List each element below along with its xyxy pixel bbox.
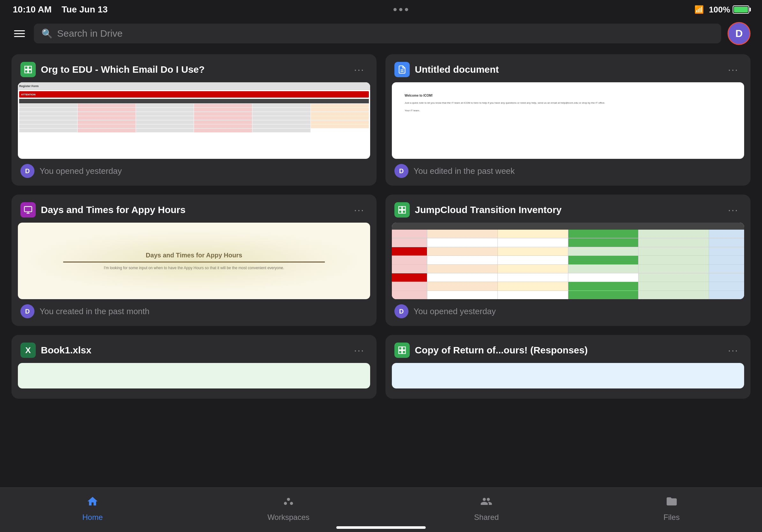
file-card-6[interactable]: Copy of Return of...ours! (Responses) ··… [385, 335, 750, 399]
svg-rect-14 [402, 347, 405, 350]
nav-label-shared: Shared [474, 513, 499, 522]
card-menu-button-4[interactable]: ··· [725, 203, 741, 217]
dot-3 [405, 8, 408, 11]
svg-rect-13 [399, 347, 402, 350]
card-title-group-4: JumpCloud Transition Inventory [394, 202, 562, 218]
card-header-4: JumpCloud Transition Inventory ··· [385, 195, 750, 223]
preview-slides-3: Days and Times for Appy Hours I'm lookin… [18, 223, 370, 299]
card-title-4: JumpCloud Transition Inventory [415, 204, 562, 215]
file-card-5[interactable]: X Book1.xlsx ··· [12, 335, 377, 399]
card-menu-button-3[interactable]: ··· [351, 203, 368, 217]
svg-rect-1 [29, 66, 31, 69]
file-card-2[interactable]: Untitled document ··· Welcome to ICOM! J… [385, 54, 750, 186]
card-title-5: Book1.xlsx [41, 345, 91, 356]
card-title-group-3: Days and Times for Appy Hours [21, 202, 186, 218]
card-title-group-6: Copy of Return of...ours! (Responses) [394, 343, 588, 358]
card-menu-button-2[interactable]: ··· [725, 62, 741, 77]
battery-container: 100% [709, 5, 750, 15]
hamburger-line-1 [14, 30, 25, 31]
nav-item-shared[interactable]: Shared [461, 493, 511, 524]
status-right: 📶 100% [694, 5, 750, 15]
docs-icon-2 [394, 62, 410, 77]
preview-sheets-1: Register Form ATTENTION [18, 82, 370, 159]
card-footer-1: D You opened yesterday [12, 159, 377, 186]
card-preview-6 [392, 363, 744, 388]
file-card-3[interactable]: Days and Times for Appy Hours ··· Days a… [12, 195, 377, 326]
card-title-1: Org to EDU - Which Email Do I Use? [41, 64, 204, 75]
home-icon [87, 495, 99, 510]
footer-text-1: You opened yesterday [39, 166, 122, 176]
search-bar: 🔍 Search in Drive D [0, 19, 762, 48]
sheets-icon-1 [21, 62, 36, 77]
footer-text-2: You edited in the past week [414, 166, 515, 176]
shared-icon [480, 495, 493, 510]
wifi-icon: 📶 [694, 5, 704, 14]
svg-point-19 [290, 502, 293, 505]
svg-rect-11 [399, 210, 402, 213]
card-preview-1: Register Form ATTENTION [18, 82, 370, 159]
dot-2 [399, 8, 402, 11]
card-header-2: Untitled document ··· [385, 54, 750, 82]
nav-item-workspaces[interactable]: Workspaces [255, 493, 322, 524]
svg-rect-15 [399, 351, 402, 353]
file-card-1[interactable]: Org to EDU - Which Email Do I Use? ··· R… [12, 54, 377, 186]
svg-rect-6 [24, 207, 32, 212]
main-content: Org to EDU - Which Email Do I Use? ··· R… [0, 48, 762, 405]
card-menu-button-5[interactable]: ··· [351, 343, 368, 358]
card-title-group-2: Untitled document [394, 62, 499, 77]
dot-1 [393, 8, 397, 11]
nav-item-files[interactable]: Files [650, 493, 692, 524]
footer-avatar-2: D [394, 164, 409, 178]
nav-label-files: Files [663, 513, 680, 522]
bottom-nav: Home Workspaces Shared Files [0, 487, 762, 532]
home-indicator [336, 526, 426, 529]
status-time: 10:10 AM [13, 4, 52, 14]
card-title-6: Copy of Return of...ours! (Responses) [415, 345, 588, 356]
svg-rect-9 [399, 207, 402, 210]
card-preview-4 [392, 223, 744, 299]
card-preview-3: Days and Times for Appy Hours I'm lookin… [18, 223, 370, 299]
card-footer-2: D You edited in the past week [385, 159, 750, 186]
forms-icon-6 [394, 343, 410, 358]
hamburger-line-2 [14, 33, 25, 34]
card-title-2: Untitled document [415, 64, 499, 75]
preview-docs-2: Welcome to ICOM! Just a quick note to le… [392, 82, 744, 159]
search-input[interactable]: 🔍 Search in Drive [34, 24, 721, 43]
card-menu-button-6[interactable]: ··· [725, 343, 741, 358]
hamburger-line-3 [14, 36, 25, 37]
files-icon [666, 495, 678, 510]
card-preview-5 [18, 363, 370, 388]
footer-text-4: You opened yesterday [414, 306, 496, 316]
battery-fill [734, 7, 748, 13]
search-placeholder: Search in Drive [57, 28, 122, 39]
file-card-4[interactable]: JumpCloud Transition Inventory ··· [385, 195, 750, 326]
user-avatar-button[interactable]: D [727, 22, 750, 45]
card-header-6: Copy of Return of...ours! (Responses) ··… [385, 335, 750, 363]
footer-avatar-3: D [21, 304, 35, 318]
cards-grid: Org to EDU - Which Email Do I Use? ··· R… [12, 54, 750, 399]
card-title-3: Days and Times for Appy Hours [41, 204, 186, 215]
hamburger-menu-button[interactable] [12, 28, 28, 39]
nav-item-home[interactable]: Home [70, 493, 115, 524]
card-footer-3: D You created in the past month [12, 299, 377, 326]
svg-point-17 [287, 498, 290, 501]
card-menu-button-1[interactable]: ··· [351, 62, 368, 77]
slides-icon-3 [21, 202, 36, 218]
excel-icon-5: X [21, 343, 36, 358]
card-title-group-5: X Book1.xlsx [21, 343, 91, 358]
nav-label-home: Home [82, 513, 103, 522]
sheets-icon-4 [394, 202, 410, 218]
footer-text-3: You created in the past month [39, 306, 150, 316]
search-icon: 🔍 [41, 29, 53, 39]
svg-rect-10 [402, 207, 405, 210]
card-footer-4: D You opened yesterday [385, 299, 750, 326]
svg-rect-16 [402, 351, 405, 353]
card-header-3: Days and Times for Appy Hours ··· [12, 195, 377, 223]
card-header-1: Org to EDU - Which Email Do I Use? ··· [12, 54, 377, 82]
footer-avatar-1: D [21, 164, 35, 178]
card-preview-2: Welcome to ICOM! Just a quick note to le… [392, 82, 744, 159]
status-center [393, 8, 408, 11]
svg-rect-3 [29, 70, 31, 73]
footer-avatar-4: D [394, 304, 409, 318]
workspaces-icon [282, 495, 294, 510]
